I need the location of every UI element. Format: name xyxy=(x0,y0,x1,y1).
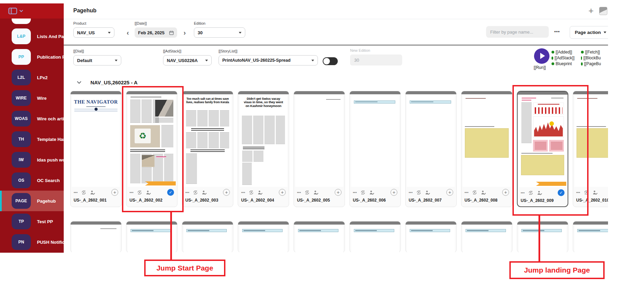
sync-lock-icon[interactable] xyxy=(248,190,254,195)
sidebar-item-oc-search[interactable]: OS OC Search xyxy=(0,170,64,191)
page-card-US-_A_2602_007[interactable]: ••• + ✓ US-_A_2602_007 xyxy=(405,91,457,207)
adstack-select[interactable]: NAV_US0226A xyxy=(163,55,212,65)
more-icon[interactable]: ••• xyxy=(74,190,78,194)
storylist-select[interactable]: PrintAutoNAV_US-260225-Spread xyxy=(219,55,318,65)
more-icon[interactable]: ••• xyxy=(409,190,413,194)
check-circle-icon[interactable]: ✓ xyxy=(167,189,174,196)
sidebar-toggle-icon[interactable] xyxy=(8,8,23,15)
more-icon[interactable]: ••• xyxy=(297,190,301,194)
page-action-button[interactable]: Page action xyxy=(570,26,608,39)
plus-circle-icon[interactable]: + xyxy=(391,189,397,196)
page-thumbnail[interactable] xyxy=(239,225,287,253)
page-thumbnail[interactable] xyxy=(574,94,608,187)
page-thumbnail[interactable] xyxy=(574,225,608,253)
new-edition-toggle[interactable] xyxy=(323,57,338,65)
page-card[interactable] xyxy=(182,221,233,253)
page-thumbnail[interactable] xyxy=(407,225,455,253)
sync-lock-icon[interactable] xyxy=(416,190,422,195)
page-thumbnail[interactable] xyxy=(295,225,343,253)
assign-user-icon[interactable] xyxy=(90,190,96,195)
more-icon[interactable]: ••• xyxy=(129,190,134,194)
assign-user-icon[interactable] xyxy=(481,190,486,195)
check-circle-icon[interactable]: ✓ xyxy=(558,189,565,196)
page-thumbnail[interactable]: Too much salt can at times save lives, r… xyxy=(184,94,232,187)
more-icon[interactable]: ••• xyxy=(521,191,525,195)
plus-circle-icon[interactable]: + xyxy=(446,189,453,196)
more-icon[interactable]: ••• xyxy=(465,190,469,194)
chevron-right-icon[interactable]: › xyxy=(182,29,188,36)
section-collapse-icon[interactable] xyxy=(77,81,82,84)
page-thumbnail[interactable] xyxy=(72,225,120,253)
plus-circle-icon[interactable]: + xyxy=(279,189,286,196)
edition-select[interactable]: 30 xyxy=(194,27,245,38)
page-card[interactable] xyxy=(517,221,568,253)
sidebar-item-wire[interactable]: WIRE Wire xyxy=(0,88,64,108)
sidebar-item-lpx2[interactable]: L2L LPx2 xyxy=(0,67,64,88)
page-card[interactable] xyxy=(461,221,512,253)
page-thumbnail[interactable] xyxy=(128,225,176,253)
sync-lock-icon[interactable] xyxy=(583,190,589,195)
page-thumbnail[interactable]: Didn't get Swiss vacay visas in time, so… xyxy=(239,94,287,187)
dial-select[interactable]: Default xyxy=(73,55,121,65)
page-card-US-_A_2602_006[interactable]: ••• + ✓ US-_A_2602_006 xyxy=(349,91,401,207)
page-card-US-_A_2602_008[interactable]: ••• + ✓ US-_A_2602_008 xyxy=(461,91,512,207)
page-thumbnail[interactable] xyxy=(519,95,566,187)
sidebar-item-pagehub[interactable]: PAGE Pagehub xyxy=(0,191,64,211)
chevron-left-icon[interactable]: ‹ xyxy=(125,29,131,36)
assign-user-icon[interactable] xyxy=(201,190,207,195)
sync-lock-icon[interactable] xyxy=(137,190,143,195)
assign-user-icon[interactable] xyxy=(592,190,598,195)
page-thumbnail[interactable] xyxy=(351,225,399,253)
sidebar-item-wire-och-article-search[interactable]: WOAS Wire och article search xyxy=(0,108,64,129)
page-thumbnail[interactable] xyxy=(407,94,455,187)
date-picker[interactable]: Feb 26, 2025 xyxy=(135,27,177,38)
assign-user-icon[interactable] xyxy=(425,190,431,195)
more-icon[interactable]: ••• xyxy=(185,190,189,194)
new-edition-input[interactable] xyxy=(350,55,402,65)
sidebar-item-template-handler[interactable]: TH Template Handler xyxy=(0,129,64,149)
assign-user-icon[interactable] xyxy=(369,190,375,195)
page-card-US-_A_2602_005[interactable]: ••• + ✓ US-_A_2602_005 xyxy=(294,91,345,207)
plus-circle-icon[interactable]: + xyxy=(502,189,509,196)
page-card[interactable] xyxy=(70,221,122,253)
plus-circle-icon[interactable]: + xyxy=(335,189,342,196)
page-thumbnail[interactable]: ♻ xyxy=(128,94,176,187)
sync-lock-icon[interactable] xyxy=(528,190,534,196)
sidebar-item-test-pp[interactable]: TP Test PP xyxy=(0,211,64,232)
add-icon[interactable]: + xyxy=(589,6,594,15)
more-icon[interactable]: ••• xyxy=(576,190,580,194)
assign-user-icon[interactable] xyxy=(146,190,151,195)
sync-lock-icon[interactable] xyxy=(193,190,198,195)
image-icon[interactable] xyxy=(599,7,607,15)
page-card[interactable] xyxy=(405,221,457,253)
more-icon[interactable]: ••• xyxy=(241,190,245,194)
page-thumbnail[interactable] xyxy=(519,225,567,253)
sync-lock-icon[interactable] xyxy=(304,190,310,195)
page-thumbnail[interactable] xyxy=(295,94,343,187)
sidebar-item-lists-and-packages[interactable]: L&P Lists And Packages xyxy=(0,26,64,47)
page-thumbnail[interactable]: THE NAVIGATOR xyxy=(72,94,120,187)
sidebar-item-partial[interactable] xyxy=(12,19,31,24)
page-name-filter-input[interactable] xyxy=(486,26,549,38)
page-card[interactable] xyxy=(294,221,345,253)
page-thumbnail[interactable] xyxy=(463,94,511,187)
more-icon[interactable]: ••• xyxy=(353,190,357,194)
page-thumbnail[interactable] xyxy=(351,94,399,187)
page-card-US-_A_2602_002[interactable]: ♻ ••• + ✓ US-_A_2602_002 xyxy=(126,91,177,207)
sync-lock-icon[interactable] xyxy=(360,190,366,195)
page-card-US-_A_2602_009[interactable]: ••• + ✓ US-_A_2602_009 xyxy=(517,91,568,207)
assign-user-icon[interactable] xyxy=(313,190,319,195)
page-card-US-_A_2602_004[interactable]: Didn't get Swiss vacay visas in time, so… xyxy=(238,91,289,207)
sidebar-item-idas-push-workspace[interactable]: IW Idas push workspace xyxy=(0,149,64,170)
more-options-icon[interactable]: ••• xyxy=(554,29,560,34)
page-card-US-_A_2602_003[interactable]: Too much salt can at times save lives, r… xyxy=(182,91,233,207)
product-select[interactable]: NAV_US xyxy=(73,27,114,38)
page-thumbnail[interactable] xyxy=(184,225,232,253)
page-card[interactable] xyxy=(349,221,401,253)
plus-circle-icon[interactable]: + xyxy=(223,189,230,196)
sync-lock-icon[interactable] xyxy=(81,190,87,195)
assign-user-icon[interactable] xyxy=(257,190,263,195)
plus-circle-icon[interactable]: + xyxy=(111,189,118,196)
assign-user-icon[interactable] xyxy=(537,190,543,196)
page-card-US-_A_2602_010[interactable]: ••• + ✓ US-_A_2602_010 xyxy=(573,91,608,207)
